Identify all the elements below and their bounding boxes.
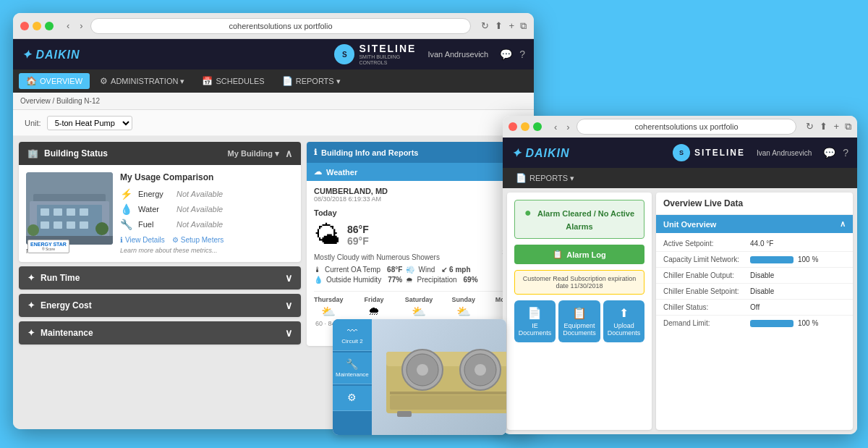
right-close-button[interactable]: [509, 122, 517, 131]
daikin-brand-text: DAIKIN: [35, 48, 80, 61]
wind-icon: 💨: [406, 266, 414, 274]
run-time-title: Run Time: [41, 273, 279, 283]
right-share-icon[interactable]: ⬆: [820, 121, 827, 132]
circuit2-label: Circuit 2: [336, 338, 369, 345]
energy-label: Energy: [138, 190, 171, 198]
building-status-header[interactable]: 🏢 Building Status My Building ▾ ∧: [19, 142, 301, 165]
new-tab-icon[interactable]: +: [509, 20, 514, 32]
right-newtab-icon[interactable]: +: [833, 121, 839, 132]
demand-label: Demand Limit:: [663, 319, 750, 327]
chevron-up-icon[interactable]: ∧: [285, 148, 292, 159]
back-button[interactable]: ‹: [64, 19, 72, 33]
energy-cost-title: Energy Cost: [41, 300, 279, 310]
weather-description: Mostly Cloudy with Numerous Showers: [314, 253, 496, 261]
right-report-icon: 📄: [516, 173, 527, 183]
chiller-output-label: Chiller Enable Output:: [663, 271, 750, 279]
chiller-status-label: Chiller Status:: [663, 303, 750, 311]
forecast-day-1: Thursday: [314, 296, 344, 303]
water-value: Not Available: [176, 205, 223, 214]
weather-date: 08/30/2018 6:19:33 AM: [314, 195, 496, 203]
energy-cost-header[interactable]: ✦ Energy Cost ∨: [19, 294, 301, 317]
nav-item-administration[interactable]: ⚙ ADMINISTRATION ▾: [93, 73, 192, 89]
right-app-header: ✦ DAIKIN S SITELINE Ivan Andrusevich 💬 ?: [503, 138, 857, 168]
nav-item-reports[interactable]: 📄 REPORTS ▾: [275, 73, 348, 89]
setpoint-label: Active Setpoint:: [663, 240, 750, 248]
capacity-bar: [750, 256, 793, 263]
maintenance-header[interactable]: ✦ Maintenance ∨: [19, 321, 301, 345]
right-daikin-mark: ✦: [511, 147, 525, 159]
view-details-link[interactable]: ℹ View Details: [120, 236, 165, 244]
right-forward-button[interactable]: ›: [563, 120, 572, 134]
right-back-button[interactable]: ‹: [551, 120, 560, 134]
live-data-rows: Active Setpoint: 44.0 °F Capacity Limit …: [656, 233, 853, 334]
forecast-day-2: Friday: [361, 296, 388, 303]
right-maximize-button[interactable]: [533, 122, 542, 131]
settings-tile[interactable]: ⚙: [333, 386, 372, 411]
svg-rect-28: [397, 411, 412, 417]
right-nav-reports[interactable]: 📄 REPORTS ▾: [509, 170, 582, 186]
right-minimize-button[interactable]: [521, 122, 529, 131]
capacity-value: 100 %: [798, 255, 818, 263]
live-data-row-demand: Demand Limit: 100 %: [656, 316, 853, 331]
water-icon: 💧: [120, 203, 132, 215]
svg-rect-9: [54, 221, 62, 229]
weather-header[interactable]: ☁ Weather ∧: [307, 163, 528, 181]
fuel-icon: 🔧: [120, 219, 132, 230]
live-data-row-setpoint: Active Setpoint: 44.0 °F: [656, 236, 853, 252]
minimize-button[interactable]: [33, 22, 41, 30]
run-time-header[interactable]: ✦ Run Time ∨: [19, 266, 301, 289]
equipment-image: [372, 319, 506, 435]
nav-item-schedules[interactable]: 📅 SCHEDULES: [195, 73, 271, 89]
help-icon[interactable]: ?: [519, 48, 525, 60]
address-bar[interactable]: coherentsolutions ux portfolio: [90, 18, 472, 34]
weather-icon-large: 🌤: [314, 220, 340, 250]
right-windows-icon[interactable]: ⧉: [845, 121, 851, 132]
nav-label-administration: ADMINISTRATION ▾: [111, 77, 184, 86]
chevron-down-icon[interactable]: ∨: [285, 272, 292, 284]
upload-documents-tile[interactable]: ⬆ Upload Documents: [603, 300, 645, 342]
setup-meters-link[interactable]: ⚙ Setup Meters: [172, 236, 224, 244]
chat-icon[interactable]: 💬: [500, 48, 512, 60]
my-building-dropdown[interactable]: My Building ▾: [228, 149, 279, 159]
siteline-icon: S: [334, 44, 354, 64]
circuit2-icon: 〰: [336, 325, 369, 337]
bottom-overlay: 〰 Circuit 2 🔧 Maintenance ⚙: [333, 319, 506, 435]
nav-item-overview[interactable]: 🏠 OVERVIEW: [19, 73, 90, 89]
close-button[interactable]: [20, 22, 29, 30]
nav-label-reports: REPORTS ▾: [296, 77, 341, 86]
alarm-log-button[interactable]: 📋 Alarm Log: [514, 245, 644, 264]
refresh-icon[interactable]: ↻: [481, 20, 489, 32]
right-nav-reports-label: REPORTS ▾: [529, 174, 574, 183]
unit-select[interactable]: 5-ton Heat Pump: [47, 116, 132, 130]
energy-cost-chevron-icon[interactable]: ∨: [285, 300, 292, 311]
maximize-button[interactable]: [45, 22, 54, 30]
forward-button[interactable]: ›: [77, 19, 85, 33]
forecast-icon-1: ⛅: [314, 305, 344, 318]
svg-point-22: [475, 364, 486, 376]
demand-bar: [750, 320, 793, 327]
unit-overview-header[interactable]: Unit Overview ∧: [656, 215, 853, 233]
equip-doc-label: Equipment Documents: [563, 322, 596, 337]
alarm-status: ● Alarm Cleared / No Active Alarms: [514, 200, 644, 239]
equipment-documents-tile[interactable]: 📋 Equipment Documents: [558, 300, 600, 342]
forecast-icon-4: ⛅: [450, 305, 477, 318]
right-chat-icon[interactable]: 💬: [823, 147, 835, 159]
maintenance-tile[interactable]: 🔧 Maintenance: [333, 352, 372, 384]
maintenance-chevron-icon[interactable]: ∨: [285, 327, 292, 339]
water-label: Water: [138, 205, 171, 214]
ie-doc-label: IE Documents: [519, 322, 552, 337]
maintenance-label: Maintenance: [336, 371, 369, 378]
energy-value: Not Available: [176, 190, 223, 198]
right-refresh-icon[interactable]: ↻: [806, 121, 814, 132]
right-help-icon[interactable]: ?: [843, 147, 848, 159]
ie-documents-tile[interactable]: 📄 IE Documents: [514, 300, 556, 342]
usage-water: 💧 Water Not Available: [120, 203, 294, 215]
report-icon: 📄: [282, 76, 293, 86]
share-icon[interactable]: ⬆: [495, 20, 503, 32]
address-text: coherentsolutions ux portfolio: [229, 22, 333, 30]
home-icon: 🏠: [26, 76, 37, 86]
right-address-bar[interactable]: coherentsolutions ux portfolio: [576, 119, 797, 135]
circuit2-tile[interactable]: 〰 Circuit 2: [333, 319, 372, 351]
windows-icon[interactable]: ⧉: [520, 20, 527, 32]
chiller-svg: [372, 330, 506, 424]
